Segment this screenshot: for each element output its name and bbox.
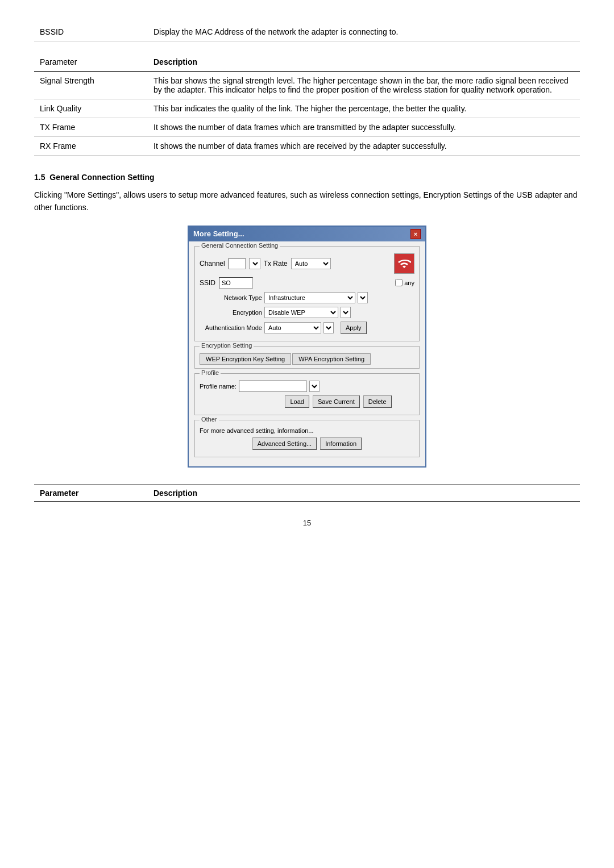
encryption-arrow[interactable] (341, 307, 351, 318)
network-type-label: Network Type (200, 294, 262, 301)
main-header-param: Parameter (34, 53, 148, 72)
any-checkbox[interactable] (395, 279, 403, 286)
bottom-table-header: Parameter Description (34, 485, 580, 501)
bssid-table: BSSID Display the MAC Address of the net… (34, 23, 580, 41)
save-current-button[interactable]: Save Current (313, 395, 360, 408)
dialog-titlebar: More Setting... × (189, 227, 425, 241)
bottom-table: Parameter Description (34, 485, 580, 502)
more-setting-dialog: More Setting... × General Connection Set… (188, 226, 426, 468)
channel-txrate-row: Channel Tx Rate Auto (200, 253, 414, 274)
txrate-select[interactable]: Auto (291, 258, 331, 269)
auth-mode-select[interactable]: Auto (264, 322, 321, 333)
other-section-title: Other (200, 416, 219, 423)
profile-buttons-row: Load Save Current Delete (262, 395, 414, 408)
bssid-param: BSSID (34, 23, 148, 41)
main-table-row: RX FrameIt shows the number of data fram… (34, 137, 580, 156)
main-table-row: Link QualityThis bar indicates the quali… (34, 99, 580, 118)
main-header-desc: Description (148, 53, 580, 72)
profile-section: Profile Profile name: Load Save Current … (194, 373, 420, 415)
row-param: RX Frame (34, 137, 148, 156)
profile-name-row: Profile name: (200, 381, 414, 392)
encryption-row: Encryption Disable WEP (200, 307, 414, 318)
other-buttons-row: Advanced Setting... Information (200, 437, 414, 450)
wifi-icon (394, 253, 414, 274)
load-button[interactable]: Load (285, 395, 309, 408)
row-desc: It shows the number of data frames which… (148, 137, 580, 156)
dialog-close-button[interactable]: × (410, 229, 421, 239)
encryption-select[interactable]: Disable WEP (264, 307, 338, 318)
channel-input[interactable] (229, 258, 246, 269)
bottom-header-param: Parameter (34, 485, 148, 501)
section-heading: 1.5 General Connection Setting (34, 173, 580, 182)
encryption-section-content: WEP Encryption Key Setting WPA Encryptio… (200, 353, 414, 365)
row-param: Link Quality (34, 99, 148, 118)
encryption-tabs: WEP Encryption Key Setting WPA Encryptio… (200, 353, 414, 365)
network-type-select[interactable]: Infrastructure (264, 292, 355, 303)
ssid-row: SSID any (200, 277, 414, 289)
channel-select[interactable] (249, 258, 260, 269)
channel-label: Channel (200, 260, 225, 268)
page-number: 15 (34, 519, 580, 527)
auth-mode-label: Authentication Mode (200, 324, 262, 331)
advanced-setting-button[interactable]: Advanced Setting... (252, 437, 317, 450)
apply-button[interactable]: Apply (341, 322, 367, 334)
network-type-arrow[interactable] (358, 292, 368, 303)
main-table-row: Signal StrengthThis bar shows the signal… (34, 72, 580, 99)
section-number: 1.5 (34, 173, 45, 182)
network-type-row: Network Type Infrastructure (200, 292, 414, 303)
dialog-title: More Setting... (193, 229, 244, 238)
main-table: Parameter Description Signal StrengthThi… (34, 53, 580, 156)
main-table-header: Parameter Description (34, 53, 580, 72)
any-label: any (395, 279, 414, 286)
txrate-label: Tx Rate (264, 260, 288, 268)
other-section-content: For more advanced setting, information..… (200, 427, 414, 450)
dialog-wrapper: More Setting... × General Connection Set… (34, 226, 580, 468)
profile-section-title: Profile (200, 369, 221, 376)
profile-name-arrow[interactable] (309, 381, 320, 392)
row-desc: This bar indicates the quality of the li… (148, 99, 580, 118)
row-desc: It shows the number of data frames which… (148, 118, 580, 137)
auth-mode-arrow[interactable] (323, 322, 334, 333)
encryption-label: Encryption (200, 309, 262, 316)
general-connection-section: General Connection Setting Channel Tx Ra… (194, 246, 420, 341)
bssid-desc: Display the MAC Address of the network t… (148, 23, 580, 41)
other-section: Other For more advanced setting, informa… (194, 420, 420, 457)
ssid-input[interactable] (219, 277, 253, 289)
wpa-encryption-button[interactable]: WPA Encryption Setting (292, 353, 371, 365)
general-section-content: Channel Tx Rate Auto (200, 253, 414, 334)
row-desc: This bar shows the signal strength level… (148, 72, 580, 99)
encryption-section-title: Encryption Setting (200, 342, 254, 349)
profile-name-label: Profile name: (200, 383, 237, 390)
auth-mode-row: Authentication Mode Auto Apply (200, 322, 414, 334)
section-title: General Connection Setting (49, 173, 154, 182)
row-param: Signal Strength (34, 72, 148, 99)
bssid-row: BSSID Display the MAC Address of the net… (34, 23, 580, 41)
wep-key-setting-button[interactable]: WEP Encryption Key Setting (200, 353, 291, 365)
profile-section-content: Profile name: Load Save Current Delete (200, 381, 414, 408)
general-section-title: General Connection Setting (200, 242, 280, 249)
encryption-setting-section: Encryption Setting WEP Encryption Key Se… (194, 346, 420, 369)
bottom-header-desc: Description (148, 485, 580, 501)
dialog-body: General Connection Setting Channel Tx Ra… (189, 241, 425, 466)
ssid-label: SSID (200, 279, 215, 287)
delete-button[interactable]: Delete (363, 395, 392, 408)
information-button[interactable]: Information (320, 437, 362, 450)
main-table-row: TX FrameIt shows the number of data fram… (34, 118, 580, 137)
section-description: Clicking "More Settings", allows users t… (34, 189, 580, 214)
row-param: TX Frame (34, 118, 148, 137)
profile-name-input[interactable] (239, 381, 307, 392)
other-desc: For more advanced setting, information..… (200, 427, 414, 434)
